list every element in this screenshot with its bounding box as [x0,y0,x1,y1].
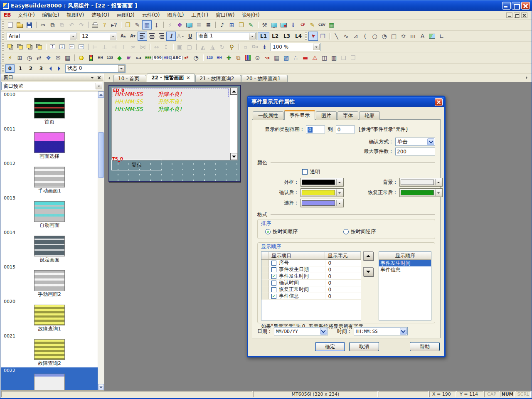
line-tool[interactable]: ╲ [332,32,341,41]
cut[interactable]: ✂ [38,20,48,30]
direct-window[interactable]: ◔ [191,53,201,62]
scatter-plot[interactable]: ∴ [291,53,300,62]
about-help[interactable]: ? [100,20,109,30]
nudge-right[interactable]: → [76,42,86,52]
chevron-down-icon[interactable] [96,83,102,89]
chevron-down-icon[interactable] [336,190,342,196]
row-checkbox[interactable] [271,281,276,286]
align-top-edges[interactable]: ⊤ [119,42,128,52]
event-display-element[interactable]: ED_0 HH:MM:SS升降不良! HH:MM:SS升降不良! HH:MM:S… [111,87,238,160]
chars-cell[interactable]: 0 [325,280,361,286]
ascii-input[interactable]: ABC [163,53,172,62]
scrollbar-thumb[interactable] [98,132,104,178]
compile[interactable]: ❖ [175,20,185,30]
select-color-picker[interactable] [300,199,344,207]
history-data[interactable]: ▦ [272,53,281,62]
state-3[interactable]: 3 [37,64,46,73]
row-checkbox[interactable] [271,267,276,272]
menu-help[interactable]: 说明(H) [238,11,263,20]
pie-tool[interactable]: ◔ [379,32,389,41]
scroll-up-icon[interactable] [98,91,104,98]
event-display[interactable]: ◫ [320,53,329,62]
redo[interactable]: ↷ [76,20,86,30]
ungroup-objects[interactable]: ▢ [185,42,194,52]
nudge-down[interactable]: ↓ [57,42,67,52]
tab-picture[interactable]: 图片 [316,111,337,120]
set-word[interactable]: ☛ [124,53,134,62]
grid-toggle[interactable]: ▦ [142,20,152,30]
moving-shape[interactable]: ✚ [224,53,234,62]
picture-view[interactable]: ▨ [281,53,291,62]
pin-object[interactable]: ⚲ [227,42,236,52]
string-table[interactable]: ❐ [348,53,358,62]
system-parameters[interactable]: ⊞ [15,53,25,62]
scheduler[interactable]: ◷ [25,53,34,62]
open-file[interactable] [15,20,25,30]
reset-button-element[interactable]: 复位 [111,160,162,170]
max-events-input[interactable]: 200 [395,148,435,155]
flip-vertical[interactable]: ◭ [198,42,208,52]
window-item-0010[interactable]: 0010 首页 [1,91,98,126]
chevron-down-icon[interactable] [313,44,320,50]
ascii-display[interactable]: ABC [172,53,182,62]
bar-graph[interactable] [243,53,253,62]
animation[interactable]: ⧉ [234,53,243,62]
tab-font[interactable]: 字体 [337,111,358,120]
text-tool[interactable]: A [418,32,427,41]
function-key[interactable]: ⊶ [134,53,143,62]
chars-cell[interactable]: 0 [325,293,361,299]
row-checkbox[interactable] [271,287,276,292]
menu-window[interactable]: 窗口(W) [212,11,238,20]
save-file[interactable] [25,20,34,30]
window-item-0022[interactable]: 0022 报警画面 [1,367,98,390]
chevron-down-icon[interactable] [336,179,342,185]
menu-view[interactable]: 视图(V) [63,11,88,20]
arc-tool[interactable]: ( [360,32,370,41]
circle-tool[interactable]: ○ [370,32,379,41]
mdi-close-button[interactable] [521,12,527,18]
simulation[interactable] [185,20,194,30]
ok-button[interactable]: 确定 [315,342,345,351]
tab-close-icon[interactable]: ✕ [186,75,190,81]
mdi-restore-button[interactable] [514,12,520,18]
menu-edit[interactable]: 编辑(E) [39,11,63,20]
move-up-button[interactable] [363,251,373,261]
data-table[interactable]: ▦ [327,20,336,30]
rect-tool[interactable]: □ [389,32,399,41]
table-row[interactable]: 事件发生时间 0 [261,273,361,280]
menu-file[interactable]: 文件(F) [14,11,38,20]
language-combo[interactable]: 语言 1 [196,32,256,40]
numeric-window[interactable]: 123 [105,53,115,62]
same-width[interactable]: ↔ [152,42,161,52]
font-enlarge[interactable]: A▴ [118,32,128,41]
align-right-edges[interactable]: ⊣ [109,42,119,52]
group-objects[interactable]: ▣ [175,42,185,52]
font-color[interactable]: A [176,32,185,41]
chevron-down-icon[interactable] [336,200,342,206]
event-log[interactable]: ▦ [63,53,72,62]
ack-mode-combo[interactable]: 单击 [395,138,435,146]
undo[interactable]: ↶ [67,20,76,30]
download[interactable]: ⇓ [288,20,298,30]
font-size-combo[interactable]: 12 [80,32,117,40]
doc-tab-10[interactable]: 10 - 首页 [113,75,146,82]
numeric-display[interactable]: 999 [153,53,163,62]
csv-export[interactable]: CSV [317,20,327,30]
row-checkbox[interactable] [271,261,276,266]
meter-display[interactable]: ⊙ [253,53,262,62]
acknowledge-color-picker[interactable] [300,188,344,197]
window-item-0012[interactable]: 0012 手动画面1 [1,160,98,195]
menu-tool[interactable]: 工具(T) [187,11,212,20]
transparent-checkbox[interactable] [302,169,308,175]
restore-color-picker[interactable] [399,188,443,197]
font-shrink[interactable]: A▾ [128,32,138,41]
tab-general[interactable]: 一般属性 [253,111,283,120]
nudge-left[interactable]: ← [67,42,76,52]
window-item-0020[interactable]: 0020 故障查询1 [1,298,98,333]
state-0[interactable]: 0 [5,64,15,73]
flip-horizontal[interactable]: ◮ [208,42,217,52]
window-item-0014[interactable]: 0014 设定画面 [1,229,98,264]
data-editor[interactable]: ✎ [308,20,317,30]
alarm-display[interactable]: ⚠ [310,53,320,62]
minimize-button[interactable] [502,2,511,10]
